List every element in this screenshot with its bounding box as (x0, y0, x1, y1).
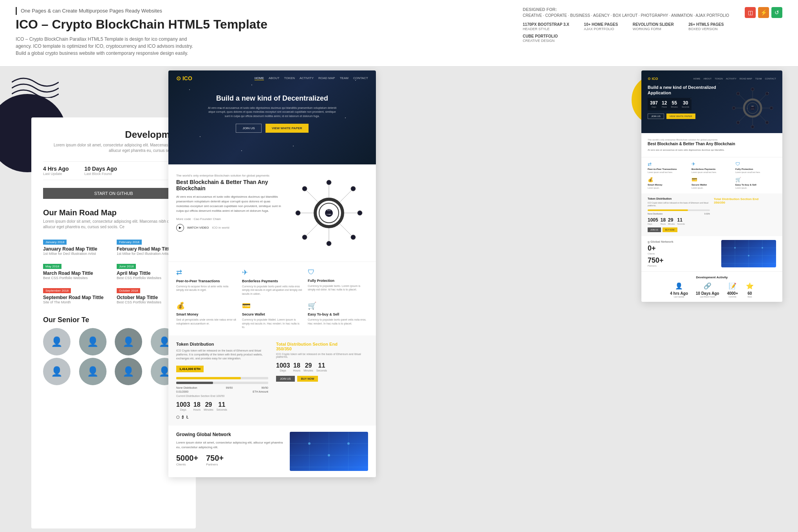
watch-video[interactable]: ▶ WATCH VIDEO ICO in world (176, 224, 282, 232)
right-buy-icon: 🛒 (735, 177, 776, 182)
right-money-desc: Lorem ipsum. (648, 187, 688, 189)
buy-desc: Currency to populate borto paret velis n… (308, 318, 368, 326)
github-button[interactable]: START ON GITHUB (43, 188, 184, 199)
roadmap-item-september: September 2018 September Road Map Tittle… (43, 286, 110, 304)
borderless-title: Borderless Payments (242, 279, 302, 283)
roadmap-title: Our Main Road Map (43, 208, 184, 217)
top-right-info: DESIGNED FOR: CREATIVE · COPORATE · BUSI… (523, 7, 782, 43)
right-star-3 (719, 83, 719, 83)
right-global-text: g Global Network 0+ Clients 750+ Partner… (648, 240, 717, 267)
right-dev-icon-4: ⭐ (746, 282, 754, 290)
right-buy-title: Easy To-buy & Sell (735, 184, 776, 186)
roadmap-item-january: January 2018 January Road Map Tittle 1st… (43, 238, 110, 256)
svg-point-29 (328, 454, 330, 456)
svg-point-61 (762, 247, 763, 249)
progress-fill-2 (176, 382, 213, 384)
buy-button[interactable]: BUY NOW (297, 376, 318, 382)
hero-title: Build a new kind of Decentralized (176, 94, 368, 103)
nav-link-team[interactable]: TEAM (340, 76, 348, 80)
right-feature-p2p: ⇄ Peer-to-Peer Transactions Lorem ipsum … (648, 161, 688, 174)
right-progress-fill-1 (648, 209, 688, 211)
svg-text:CHAIN: CHAIN (327, 213, 332, 215)
whitepaper-button[interactable]: VIEW WHITE PAPER (265, 124, 309, 133)
progress-bar-2 (176, 382, 268, 384)
right-preview: ⊙ ICO HOME ABOUT TOKEN ACTIVITY ROAD MAP… (641, 70, 782, 302)
right-borderless-icon: ✈ (691, 161, 732, 167)
right-global-stat-lbl-2: Partners (648, 265, 717, 267)
right-star-1 (663, 86, 663, 87)
right-feature-protection: 🛡 Fully Protection Lorem ipsum small tex… (735, 161, 776, 174)
countdown-row: 1003 Days 18 Hours 29 Minutes 11 (176, 401, 268, 411)
top-bar: One Pages & can Create Multipurpose Page… (0, 0, 798, 67)
right-token-desc: ICO Crypto token will be released on the… (648, 202, 710, 207)
icon-badges: ◫ ⚡ ↺ (745, 7, 782, 18)
play-icon: ▶ (176, 224, 184, 232)
right-star-2 (691, 99, 691, 99)
nav-link-contact[interactable]: CONTACT (353, 76, 368, 80)
svg-point-8 (351, 186, 356, 191)
roadmap-date-january: January 2018 (43, 240, 67, 245)
right-dev-stat-4: ⭐ 60 Stars (746, 282, 754, 298)
global-stat-2: 750+ Partners (206, 454, 224, 466)
watch-label: WATCH VIDEO (187, 226, 209, 229)
nav-logo: ⊙ ICO (176, 75, 192, 81)
token-flex: Token Distribution ICO Crypto token will… (176, 342, 368, 419)
right-borderless-desc: Lorem ipsum small text here. (691, 171, 732, 174)
svg-point-18 (296, 211, 300, 215)
right-feature-wallet: 💳 Secure Wallet Lorem ipsum. (691, 177, 732, 189)
right-section-intro: The world's only enterprise Blockchain s… (648, 139, 776, 141)
center-preview: ⊙ ICO HOME ABOUT TOKEN ACTIVITY ROAD MAP… (168, 70, 376, 477)
join-button[interactable]: JOIN US (276, 376, 295, 382)
roadmap-date-february: February 2018 (117, 240, 142, 245)
right-protection-icon: 🛡 (735, 161, 776, 167)
right-global-section: g Global Network 0+ Clients 750+ Partner… (641, 236, 782, 271)
roadmap-date-september: September 2018 (43, 288, 71, 293)
buy-icon: 🛒 (308, 301, 368, 310)
team-title: Our Senior Te (43, 316, 184, 324)
money-desc: Sed ut perspiciatis unde omnis iste natu… (176, 318, 237, 326)
right-blockchain: The world's only enterprise Blockchain s… (641, 133, 782, 157)
borderless-icon: ✈ (242, 268, 302, 277)
feature-grid: 1170PX BOOTSTRAP 3.X HEADER STYLE 10+ HO… (523, 22, 729, 43)
p2p-title: Peer-to-Peer Transactions (176, 279, 237, 283)
right-star-4 (747, 108, 747, 108)
token-section: Token Distribution ICO Crypto token will… (168, 335, 376, 425)
nav-link-about[interactable]: ABOUT (269, 76, 280, 80)
right-dev-stat-2: 🔗 10 Days Ago Last Block Found (696, 282, 719, 298)
cd-hours: 18 Hours (193, 401, 201, 411)
nav-link-home[interactable]: HOME (255, 76, 264, 80)
blockchain-desc: At vero eos et accusamus et iusto odio d… (176, 195, 282, 213)
cd-seconds: 11 Seconds (217, 401, 227, 411)
join-us-button[interactable]: JOIN US (236, 124, 262, 133)
roadmap-date-march: May 2018 (43, 264, 61, 269)
tag-row: CREATIVE · COPORATE · BUSINESS · AGENCY … (523, 13, 729, 18)
protection-title: Fully Protection (308, 279, 368, 283)
current-dist: Current Distribution Section End 100/50 (176, 395, 268, 397)
feature-card-buy: 🛒 Easy To-buy & Sell Currency to populat… (308, 301, 368, 329)
right-dev-stat-3: 📝 4000+ Commits (727, 282, 738, 298)
feature-card-wallet: 💳 Secure Wallet Currency to populate Wal… (242, 301, 302, 329)
total-cd-seconds: 11 Seconds (316, 362, 327, 372)
money-icon: 💰 (176, 301, 237, 310)
nav-link-roadmap[interactable]: ROAD MAP (318, 76, 335, 80)
feature-card-borderless: ✈ Borderless Payments Currency to popula… (242, 268, 302, 296)
p2p-desc: Currency to acquse ferox ut ante velis n… (176, 285, 237, 292)
right-token-join[interactable]: JOIN US (648, 227, 661, 232)
nav-link-activity[interactable]: ACTIVITY (300, 76, 314, 80)
svg-point-59 (734, 247, 736, 249)
nav-link-token[interactable]: TOKEN (284, 76, 295, 80)
team-section: Our Senior Te 👤 👤 👤 👤 👤 👤 👤 👤 (43, 316, 184, 385)
token-crypto-icons: ⬡ ₿ Ł (176, 415, 268, 419)
right-token-buy[interactable]: BUY NOW (663, 227, 677, 232)
svg-line-15 (306, 223, 319, 236)
svg-line-11 (339, 223, 352, 236)
feature-card-p2p: ⇄ Peer-to-Peer Transactions Currency to … (176, 268, 237, 296)
total-countdown: 1003 Days 18 Hours 29 Minutes 11 (276, 362, 368, 372)
roadmap-grid: January 2018 January Road Map Tittle 1st… (43, 238, 184, 304)
right-token-cd-seconds: 11 Seconds (677, 217, 685, 225)
dev-stat-1: 4 Hrs Ago Last Update (43, 166, 69, 176)
network-text: The world's only enterprise Blockchain s… (176, 174, 282, 232)
token-desc: ICO Crypto token will be released on the… (176, 349, 268, 360)
right-dev-stats: 👤 4 hrs Ago Last Update 🔗 10 Days Ago La… (648, 282, 776, 298)
buy-title: Easy To-buy & Sell (308, 312, 368, 316)
